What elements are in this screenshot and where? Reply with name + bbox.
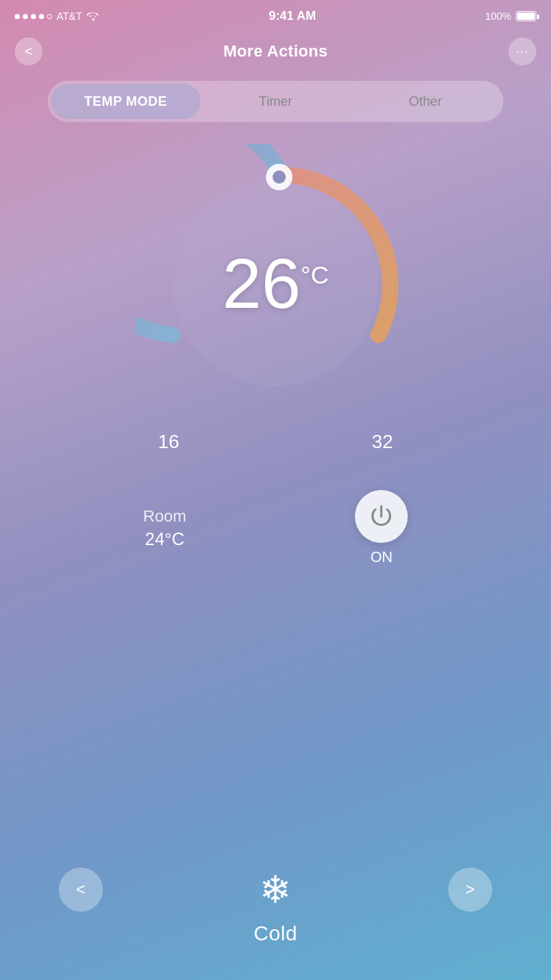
mode-label: Cold bbox=[253, 922, 298, 945]
back-button[interactable]: < bbox=[15, 37, 43, 65]
signal-dots bbox=[15, 14, 52, 19]
thermostat-section: 26°C 16 32 bbox=[0, 144, 551, 453]
room-info: Room 24°C bbox=[143, 507, 187, 550]
more-icon: ··· bbox=[516, 44, 529, 60]
carrier-label: AT&T bbox=[57, 10, 82, 22]
room-temperature: 24°C bbox=[143, 529, 187, 550]
power-button[interactable] bbox=[355, 490, 408, 543]
battery-fill bbox=[517, 12, 535, 20]
prev-icon: < bbox=[76, 880, 86, 899]
dot1 bbox=[15, 14, 20, 19]
header: < More Actions ··· bbox=[0, 32, 551, 71]
page-title: More Actions bbox=[223, 42, 328, 61]
info-section: Room 24°C ON bbox=[0, 490, 551, 566]
power-state-label: ON bbox=[370, 549, 392, 566]
battery-bar bbox=[516, 11, 536, 21]
dot3 bbox=[31, 14, 36, 19]
max-temp: 32 bbox=[372, 430, 393, 453]
time-display: 9:41 AM bbox=[269, 9, 317, 24]
tab-other[interactable]: Other bbox=[350, 84, 500, 119]
temperature-unit: °C bbox=[300, 261, 328, 289]
next-icon: > bbox=[466, 880, 475, 899]
power-icon bbox=[368, 503, 395, 530]
mode-icon: ❄ bbox=[259, 868, 292, 912]
dot5 bbox=[47, 14, 52, 19]
tab-timer[interactable]: Timer bbox=[201, 84, 350, 119]
more-button[interactable]: ··· bbox=[508, 37, 536, 65]
prev-mode-button[interactable]: < bbox=[59, 868, 103, 912]
wifi-icon bbox=[87, 10, 100, 23]
svg-point-2 bbox=[273, 170, 286, 184]
temperature-display: 26°C bbox=[223, 248, 329, 319]
dot4 bbox=[39, 14, 44, 19]
temperature-value: 26°C bbox=[223, 244, 329, 323]
dial-labels: 16 32 bbox=[136, 430, 415, 453]
status-right: 100% bbox=[485, 10, 536, 22]
bottom-controls: < ❄ > bbox=[0, 868, 551, 912]
tab-bar: TEMP MODE Timer Other bbox=[48, 81, 503, 122]
back-icon: < bbox=[25, 44, 33, 60]
battery-indicator bbox=[516, 11, 536, 21]
power-section: ON bbox=[355, 490, 408, 566]
dial-container[interactable]: 26°C bbox=[136, 144, 415, 423]
status-bar: AT&T 9:41 AM 100% bbox=[0, 0, 551, 32]
tab-temp-mode[interactable]: TEMP MODE bbox=[51, 84, 201, 119]
bottom-nav: < ❄ > Cold bbox=[0, 848, 551, 980]
room-label: Room bbox=[143, 507, 187, 526]
battery-percentage: 100% bbox=[485, 10, 511, 22]
next-mode-button[interactable]: > bbox=[448, 868, 492, 912]
status-left: AT&T bbox=[15, 10, 100, 23]
min-temp: 16 bbox=[158, 430, 179, 453]
dot2 bbox=[23, 14, 28, 19]
